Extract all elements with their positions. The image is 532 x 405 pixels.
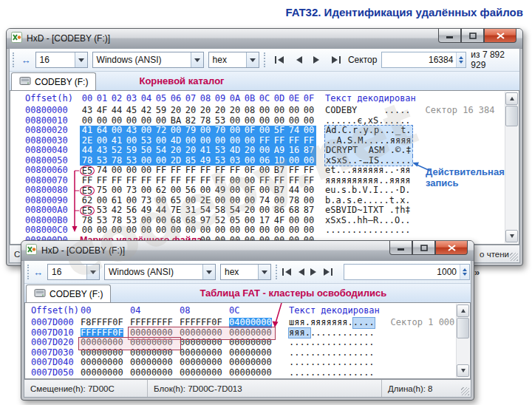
hex-dword[interactable]: 04000000 xyxy=(229,318,272,328)
toolbar-grip[interactable] xyxy=(13,52,17,67)
decoded-seg[interactable]: ................ xyxy=(289,338,375,348)
hex-byte[interactable]: 41 xyxy=(109,136,124,146)
hex-byte[interactable]: 00 xyxy=(213,196,228,206)
hex-byte[interactable]: FF xyxy=(198,166,213,176)
hex-byte[interactable]: FF xyxy=(301,166,316,176)
hex-byte[interactable]: 00 xyxy=(272,106,287,116)
hex-byte[interactable]: 20 xyxy=(168,106,183,116)
hex-byte[interactable]: 00 xyxy=(228,126,242,136)
hex-byte[interactable]: A9 xyxy=(272,146,287,156)
hex-byte[interactable]: 82 xyxy=(183,116,198,126)
hex-byte[interactable]: FF xyxy=(198,176,213,186)
chevron-down-icon[interactable] xyxy=(75,52,87,67)
decoded-text[interactable]: CODEBY ..... xyxy=(325,106,411,116)
scroll-thumb[interactable] xyxy=(457,318,469,338)
decoded-text[interactable]: яяяяяяяяяя..яяяя xyxy=(325,176,411,186)
hex-byte[interactable]: 00 xyxy=(139,126,154,136)
hex-byte[interactable]: 54 xyxy=(198,205,213,216)
tab-codeby-drive[interactable]: CODEBY (F:) xyxy=(26,285,111,302)
hex-byte[interactable]: FF xyxy=(95,176,109,186)
bytes-per-row-select[interactable]: 16 xyxy=(35,52,88,68)
hex-byte[interactable]: 7E xyxy=(168,205,183,216)
scroll-thumb[interactable] xyxy=(505,106,518,126)
toolbar-grip[interactable] xyxy=(264,52,268,67)
hex-byte[interactable]: 00 xyxy=(139,116,154,126)
hex-byte[interactable]: 45 xyxy=(124,106,139,116)
encoding-select[interactable]: Windows (ANSI) xyxy=(104,264,216,280)
hex-byte[interactable]: FF xyxy=(287,136,301,146)
decoded-seg[interactable]: eu.s.b.V.I...·D. xyxy=(325,186,411,196)
hex-byte[interactable]: 00 xyxy=(228,225,242,236)
hex-byte[interactable]: 54 xyxy=(154,146,168,156)
decoded-text[interactable]: eu.s.b.V.I...·D. xyxy=(325,186,411,196)
hex-byte[interactable]: 00 xyxy=(257,186,272,196)
hex-byte[interactable]: 44 xyxy=(154,205,168,216)
hex-byte[interactable]: 4F xyxy=(272,216,287,226)
hex-byte[interactable]: 00 xyxy=(257,126,272,136)
chevron-down-icon[interactable] xyxy=(86,265,99,279)
hex-byte[interactable]: 79 xyxy=(183,126,198,136)
hex-byte[interactable]: FF xyxy=(154,176,168,186)
hex-byte[interactable]: 00 xyxy=(242,176,257,186)
hex-byte[interactable]: 42 xyxy=(109,205,124,216)
hex-byte[interactable]: 00 xyxy=(154,156,168,166)
hex-byte[interactable]: 00 xyxy=(95,196,109,206)
hex-byte[interactable]: 68 xyxy=(183,216,198,226)
hex-byte[interactable]: 2E xyxy=(198,196,213,206)
hex-byte[interactable]: 00 xyxy=(213,225,228,236)
hex-dword[interactable]: 00000000 xyxy=(130,358,173,368)
hex-byte[interactable]: 73 xyxy=(124,186,139,196)
hex-byte[interactable]: 00 xyxy=(198,225,213,236)
decoded-text[interactable]: ................ xyxy=(289,368,375,378)
vertical-scrollbar[interactable] xyxy=(505,92,518,243)
nav-last-button[interactable] xyxy=(329,52,344,67)
hex-byte[interactable]: 08 xyxy=(242,106,257,116)
chevron-down-icon[interactable] xyxy=(191,52,203,67)
decoded-seg[interactable]: шяя.яяяяяяя. xyxy=(289,318,353,328)
hex-byte[interactable]: 00 xyxy=(301,225,316,236)
hex-byte[interactable]: 86 xyxy=(272,205,287,216)
hex-byte[interactable]: 00 xyxy=(242,216,257,226)
hex-byte[interactable]: 00 xyxy=(109,126,124,136)
hex-byte[interactable]: 00 xyxy=(109,166,124,176)
hex-byte[interactable]: FF xyxy=(154,166,168,176)
hex-byte[interactable]: 50 xyxy=(139,146,154,156)
hex-byte[interactable]: 41 xyxy=(80,126,95,136)
hex-byte[interactable]: 20 xyxy=(183,146,198,156)
scroll-down-button[interactable] xyxy=(457,364,469,377)
nav-next-button[interactable] xyxy=(310,265,318,279)
hex-byte[interactable]: 20 xyxy=(228,106,242,116)
hex-byte[interactable]: 00 xyxy=(242,196,257,206)
scroll-up-button[interactable] xyxy=(457,304,469,317)
hex-byte[interactable]: 00 xyxy=(287,116,301,126)
hex-byte[interactable]: 00 xyxy=(198,136,213,146)
toolbar-grip[interactable] xyxy=(27,265,29,279)
hex-dword[interactable]: 00000000 xyxy=(130,338,173,348)
hex-byte[interactable]: 00 xyxy=(287,156,301,166)
hex-byte[interactable]: 00 xyxy=(228,176,242,186)
encoding-select[interactable]: Windows (ANSI) xyxy=(92,52,204,68)
hex-dword[interactable]: 00000000 xyxy=(180,328,222,338)
hex-byte[interactable]: 53 xyxy=(213,146,228,156)
hex-byte[interactable]: 00 xyxy=(213,136,228,146)
hex-byte[interactable]: 78 xyxy=(80,216,95,226)
decoded-text[interactable]: яяя............. xyxy=(289,328,375,338)
hex-byte[interactable]: 00 xyxy=(287,216,301,226)
decoded-text[interactable]: eSBVID~1TXT .†h‡ xyxy=(325,205,411,216)
hex-byte[interactable]: 0F xyxy=(242,166,257,176)
hex-byte[interactable]: 00 xyxy=(301,196,316,206)
hex-byte[interactable]: 5F xyxy=(272,126,287,136)
hex-byte[interactable]: 61 xyxy=(109,196,124,206)
chevron-down-icon[interactable] xyxy=(258,265,270,279)
hex-byte[interactable]: 74 xyxy=(95,166,109,176)
hex-byte[interactable]: 00 xyxy=(242,116,257,126)
nav-prev-button[interactable] xyxy=(296,265,305,279)
hex-byte[interactable]: 58 xyxy=(213,205,228,216)
decoded-seg[interactable]: ......є‚xS...... xyxy=(325,116,411,126)
hex-byte[interactable]: FF xyxy=(213,176,228,186)
hex-byte[interactable]: 00 xyxy=(257,146,272,156)
decoded-text[interactable]: Ad.C.r.y.p..._t. xyxy=(324,125,413,136)
hex-byte[interactable]: 85 xyxy=(183,156,198,166)
hex-byte[interactable]: 00 xyxy=(301,216,316,226)
hex-byte[interactable]: 00 xyxy=(228,136,242,146)
